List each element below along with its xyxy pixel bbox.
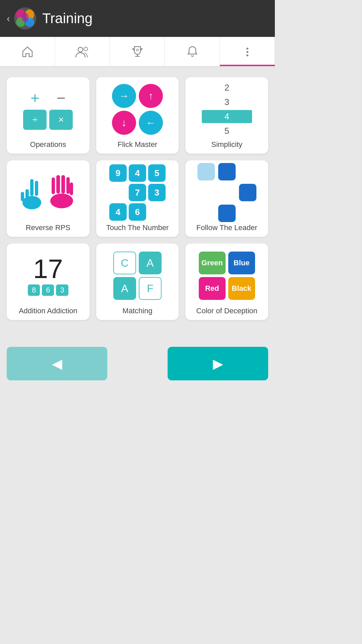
more-icon xyxy=(245,45,249,58)
game-card-follow-leader[interactable]: Follow The Leader xyxy=(185,160,268,237)
ftl-cell xyxy=(239,184,256,201)
ttn-cell: 4 xyxy=(109,203,127,221)
prev-button[interactable]: ◀ xyxy=(7,347,107,380)
game-label-touch-number: Touch The Number xyxy=(106,223,169,232)
svg-point-19 xyxy=(22,196,41,209)
match-cell-a2: A xyxy=(113,277,136,300)
active-indicator xyxy=(220,65,275,66)
game-card-operations[interactable]: + − ÷ × Operations xyxy=(7,77,89,154)
ftl-cell xyxy=(197,205,215,222)
nav-trophy[interactable] xyxy=(110,37,165,66)
trophy-icon xyxy=(131,45,144,58)
ttn-cell: 9 xyxy=(109,164,127,182)
svg-point-7 xyxy=(78,47,83,52)
ttn-cell: 6 xyxy=(129,203,146,221)
game-card-color-of-deception[interactable]: Green Blue Red Black Color of Deception xyxy=(185,244,268,320)
game-label-follow-leader: Follow The Leader xyxy=(196,223,257,232)
simplicity-num-4: 5 xyxy=(202,124,252,138)
friends-icon xyxy=(75,45,90,58)
flick-master-icon: → ↑ ↓ ← xyxy=(107,83,168,136)
svg-point-25 xyxy=(50,194,73,208)
game-card-flick-master[interactable]: → ↑ ↓ ← Flick Master xyxy=(96,77,179,154)
ttn-cell: 3 xyxy=(148,184,166,201)
simplicity-num-2: 3 xyxy=(202,96,252,109)
svg-rect-22 xyxy=(61,175,65,194)
page-title: Training xyxy=(42,10,93,26)
ttn-cell: 7 xyxy=(129,184,146,201)
svg-rect-16 xyxy=(35,181,38,196)
ttn-cell: 5 xyxy=(148,164,166,182)
ftl-cell xyxy=(218,205,236,222)
game-label-addition-addiction: Addition Addiction xyxy=(19,307,77,315)
follow-leader-icon xyxy=(197,166,257,219)
simplicity-num-active: 4 xyxy=(202,110,252,123)
svg-point-12 xyxy=(246,48,248,50)
bell-icon xyxy=(186,45,198,58)
ftl-cell xyxy=(239,205,256,222)
svg-rect-21 xyxy=(56,175,60,194)
svg-point-13 xyxy=(246,51,248,53)
reverse-rps-icon xyxy=(18,166,78,219)
back-button[interactable]: ‹ xyxy=(7,13,10,24)
matching-icon: C A A F xyxy=(107,249,168,303)
svg-point-8 xyxy=(84,47,87,51)
svg-point-11 xyxy=(136,49,138,51)
svg-rect-24 xyxy=(70,182,73,195)
touch-number-icon: 9 4 5 7 3 4 6 xyxy=(107,166,168,219)
simplicity-num-1: 2 xyxy=(202,81,252,94)
game-card-simplicity[interactable]: 2 3 4 5 Simplicity xyxy=(185,77,268,154)
cod-cell-black: Black xyxy=(228,277,255,300)
game-grid: + − ÷ × Operations → ↑ ↓ ← Flick Master … xyxy=(0,67,275,330)
ftl-cell xyxy=(218,163,236,180)
brain-icon xyxy=(13,7,37,30)
game-label-reverse-rps: Reverse RPS xyxy=(26,223,70,232)
game-label-flick-master: Flick Master xyxy=(118,140,158,149)
game-card-matching[interactable]: C A A F Matching xyxy=(96,244,179,320)
navbar xyxy=(0,37,275,67)
svg-rect-20 xyxy=(52,177,55,194)
svg-rect-15 xyxy=(30,179,34,196)
nav-friends[interactable] xyxy=(55,37,110,66)
game-label-simplicity: Simplicity xyxy=(211,140,242,149)
game-label-operations: Operations xyxy=(30,140,66,149)
pagination-controls: ◀ ▶ xyxy=(0,337,275,390)
header: ‹ Training xyxy=(0,0,275,37)
ftl-cell xyxy=(239,163,256,180)
game-label-matching: Matching xyxy=(122,307,152,315)
svg-point-14 xyxy=(246,54,248,56)
game-label-color-of-deception: Color of Deception xyxy=(196,307,257,315)
match-cell-f: F xyxy=(139,277,162,300)
match-cell-c: C xyxy=(113,252,136,274)
add-chip-1: 8 xyxy=(28,284,40,296)
ttn-cell: 4 xyxy=(129,164,146,182)
cod-cell-blue: Blue xyxy=(228,252,255,274)
simplicity-icon: 2 3 4 5 xyxy=(197,83,257,136)
add-chip-3: 3 xyxy=(56,284,68,296)
ftl-cell xyxy=(197,163,215,180)
game-card-reverse-rps[interactable]: Reverse RPS xyxy=(7,160,89,237)
next-button[interactable]: ▶ xyxy=(168,347,268,380)
game-card-addition-addiction[interactable]: 17 8 6 3 Addition Addiction xyxy=(7,244,89,320)
nav-notifications[interactable] xyxy=(165,37,220,66)
svg-rect-23 xyxy=(66,177,70,194)
addition-big-number: 17 xyxy=(33,256,63,282)
nav-home[interactable] xyxy=(0,37,55,66)
home-icon xyxy=(21,45,34,58)
operations-icon: + − ÷ × xyxy=(18,83,78,136)
nav-more[interactable] xyxy=(220,37,275,66)
cod-cell-red: Red xyxy=(199,277,226,300)
ftl-cell xyxy=(197,184,215,201)
ftl-cell xyxy=(218,184,236,201)
match-cell-a1: A xyxy=(139,252,162,274)
peace-hand-icon xyxy=(20,172,44,213)
addition-addiction-icon: 17 8 6 3 xyxy=(18,249,78,303)
cod-cell-green: Green xyxy=(199,252,226,274)
add-chip-2: 6 xyxy=(42,284,54,296)
game-card-touch-number[interactable]: 9 4 5 7 3 4 6 Touch The Number xyxy=(96,160,179,237)
color-of-deception-icon: Green Blue Red Black xyxy=(197,249,257,303)
open-hand-icon xyxy=(49,172,76,213)
